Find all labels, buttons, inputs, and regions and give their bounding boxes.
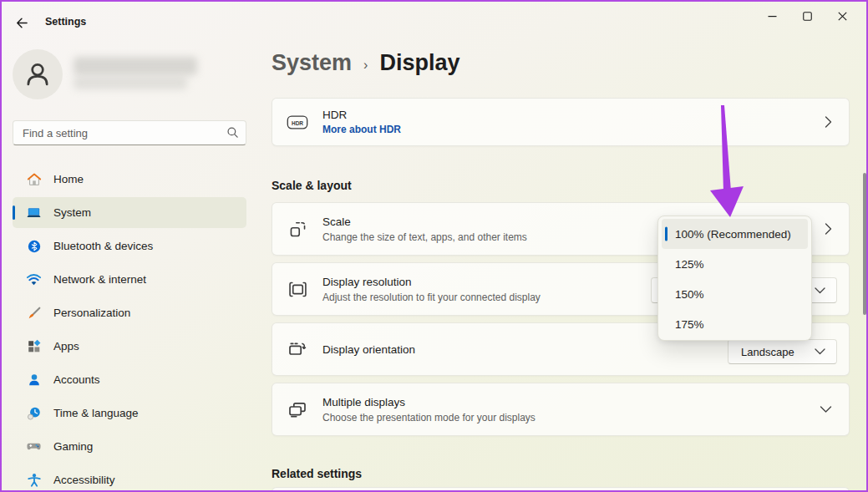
maximize-button[interactable]: [789, 5, 825, 27]
sidebar-item-label: Gaming: [53, 440, 93, 453]
back-button[interactable]: [12, 13, 30, 32]
bluetooth-icon: [26, 238, 42, 254]
selected-accent-bar: [13, 205, 15, 220]
scale-option-label: 175%: [675, 318, 704, 331]
close-icon: [838, 12, 847, 21]
apps-icon: [26, 338, 42, 354]
more-about-hdr-link[interactable]: More about HDR: [322, 124, 401, 135]
breadcrumb: System › Display: [272, 50, 459, 76]
maximize-icon: [803, 12, 812, 21]
scale-icon: [287, 218, 308, 240]
titlebar: Settings: [2, 2, 866, 37]
section-scale-layout: Scale & layout: [272, 179, 352, 192]
accounts-icon: [26, 372, 42, 388]
sidebar-item-label: Bluetooth & devices: [53, 240, 153, 252]
accessibility-icon: [26, 472, 42, 488]
sidebar-nav: Home System Bluetooth & devices Network …: [13, 164, 246, 492]
sidebar-item-apps[interactable]: Apps: [13, 331, 246, 362]
sidebar-item-home[interactable]: Home: [13, 164, 246, 195]
user-name-redacted: [74, 57, 197, 75]
back-arrow-icon: [14, 16, 28, 30]
multiple-displays-row[interactable]: Multiple displays Choose the presentatio…: [272, 383, 850, 436]
sidebar-item-label: Home: [53, 173, 84, 185]
page-title: Display: [379, 50, 459, 76]
scale-option-label: 100% (Recommended): [675, 228, 791, 241]
display-resolution-icon: [287, 278, 308, 300]
sidebar-item-gaming[interactable]: Gaming: [13, 431, 246, 462]
selected-accent-bar: [665, 227, 667, 241]
paintbrush-icon: [26, 305, 42, 321]
sidebar-item-system[interactable]: System: [13, 197, 246, 228]
sidebar-item-label: Network & internet: [53, 273, 146, 286]
window-title: Settings: [45, 16, 86, 28]
section-related-settings: Related settings: [272, 467, 362, 480]
settings-window: Settings: [0, 0, 868, 492]
sidebar-item-accessibility[interactable]: Accessibility: [13, 464, 246, 492]
scale-option-175[interactable]: 175%: [662, 309, 808, 339]
sidebar-item-time-language[interactable]: Time & language: [13, 398, 246, 429]
system-icon: [26, 205, 42, 221]
sidebar-item-accounts[interactable]: Accounts: [13, 364, 246, 395]
scale-option-100[interactable]: 100% (Recommended): [662, 219, 808, 249]
sidebar-item-label: Accounts: [53, 373, 100, 386]
close-button[interactable]: [825, 5, 860, 27]
display-resolution-title: Display resolution: [322, 276, 541, 288]
wifi-icon: [26, 271, 42, 287]
sidebar-item-label: Accessibility: [53, 474, 115, 486]
avatar: [13, 49, 63, 99]
breadcrumb-system[interactable]: System: [272, 50, 352, 76]
chevron-right-icon: [825, 116, 832, 129]
scale-option-label: 150%: [675, 288, 704, 301]
minimize-icon: [768, 12, 777, 21]
svg-text:HDR: HDR: [292, 119, 303, 125]
sidebar-item-bluetooth-devices[interactable]: Bluetooth & devices: [13, 231, 246, 261]
scale-dropdown-menu: 100% (Recommended) 125% 150% 175%: [657, 216, 812, 341]
vertical-scrollbar-thumb[interactable]: [863, 173, 866, 315]
multiple-displays-icon: [287, 398, 308, 420]
sidebar-item-personalization[interactable]: Personalization: [13, 297, 246, 328]
display-orientation-select[interactable]: Landscape: [728, 339, 837, 364]
multiple-displays-subtitle: Choose the presentation mode for your di…: [322, 412, 536, 424]
gamepad-icon: [26, 439, 42, 454]
chevron-down-icon: [815, 287, 825, 294]
chevron-right-icon: [825, 223, 832, 236]
display-orientation-value: Landscape: [741, 346, 794, 358]
sidebar-item-network-internet[interactable]: Network & internet: [13, 264, 246, 295]
home-icon: [26, 171, 42, 187]
scale-subtitle: Change the size of text, apps, and other…: [322, 231, 527, 243]
multiple-displays-title: Multiple displays: [322, 396, 536, 408]
search-box: [13, 120, 246, 145]
minimize-button[interactable]: [754, 5, 789, 27]
scale-option-125[interactable]: 125%: [662, 249, 808, 279]
display-orientation-title: Display orientation: [322, 343, 415, 356]
display-orientation-icon: [287, 338, 308, 360]
hdr-row[interactable]: HDR HDR More about HDR: [272, 98, 850, 146]
search-input[interactable]: [13, 120, 246, 145]
related-settings-card-partial: [272, 487, 850, 492]
breadcrumb-separator: ›: [363, 58, 368, 73]
person-icon: [23, 59, 53, 89]
chevron-down-icon: [815, 348, 825, 355]
sidebar-item-label: System: [53, 206, 91, 219]
sidebar-item-label: Apps: [53, 340, 79, 353]
scale-option-label: 125%: [675, 258, 704, 271]
user-email-redacted: [74, 77, 187, 89]
hdr-icon: HDR: [287, 111, 308, 133]
sidebar-item-label: Time & language: [53, 407, 139, 419]
sidebar-item-label: Personalization: [53, 307, 130, 319]
chevron-down-icon: [820, 406, 832, 413]
display-resolution-subtitle: Adjust the resolution to fit your connec…: [322, 292, 541, 303]
clock-icon: [26, 405, 42, 421]
search-icon: [226, 126, 239, 139]
hdr-title: HDR: [322, 109, 401, 121]
scale-option-150[interactable]: 150%: [662, 279, 808, 309]
scale-title: Scale: [322, 216, 527, 228]
